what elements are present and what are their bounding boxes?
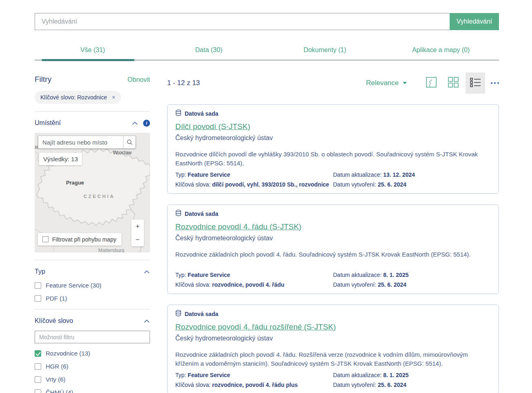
meta-updated-value: 13. 12. 2024 <box>383 171 415 178</box>
checkbox[interactable] <box>35 295 41 302</box>
search-input[interactable] <box>35 13 450 30</box>
result-meta: Typ: Feature Service Datum aktualizace: … <box>175 171 491 188</box>
result-tabs: Vše (31) Data (30) Dokumenty (1) Aplikac… <box>35 42 499 60</box>
tab-all[interactable]: Vše (31) <box>35 42 151 60</box>
tab-apps-maps[interactable]: Aplikace a mapy (0) <box>383 42 499 60</box>
item-type-badge: Datová sada <box>185 110 218 117</box>
meta-type-value: Feature Service <box>188 372 230 378</box>
result-title-link[interactable]: Rozvodnice povodí 4. řádu rozšířené (S-J… <box>175 323 336 332</box>
info-icon[interactable]: i <box>143 120 150 127</box>
result-owner: Český hydrometeorologický ústav <box>175 235 491 242</box>
meta-type-value: Feature Service <box>188 272 230 278</box>
meta-keywords-label: Klíčová slova: <box>175 181 210 188</box>
list-view-icon <box>470 77 481 89</box>
tab-data[interactable]: Data (30) <box>151 42 267 60</box>
tab-documents[interactable]: Dokumenty (1) <box>267 42 383 60</box>
map-label-mattersburg: Mattersburg <box>98 248 124 252</box>
filter-chip-keyword[interactable]: Klíčové slovo: Rozvodnice × <box>35 91 121 104</box>
more-options-icon[interactable] <box>491 82 499 84</box>
search-button[interactable]: Vyhledávání <box>450 13 499 30</box>
meta-updated-label: Datum aktualizace: <box>333 272 382 278</box>
map-address-search <box>38 136 136 149</box>
item-type-badge: Datová sada <box>185 211 218 217</box>
meta-keywords-value: rozvodnice, povodí 4. řádu <box>212 281 284 288</box>
checkbox[interactable] <box>35 389 41 393</box>
caret-down-icon <box>403 82 407 84</box>
checkbox-checked[interactable] <box>35 350 41 357</box>
keyword-filter-input[interactable] <box>35 331 150 343</box>
map-address-input[interactable] <box>38 136 123 149</box>
grid-view-icon <box>448 77 459 89</box>
meta-updated-value: 8. 1. 2025 <box>383 372 408 378</box>
map-label-prague: Prague <box>66 180 84 186</box>
zoom-out-button[interactable]: − <box>131 233 144 246</box>
results-panel: 1 - 12 z 13 Relevance <box>167 72 499 393</box>
meta-keywords-label: Klíčová slova: <box>175 281 210 288</box>
type-section-title: Typ <box>35 268 143 275</box>
map-results-badge: Výsledky: 13 <box>39 153 82 165</box>
checkbox[interactable] <box>35 282 41 289</box>
search-icon[interactable] <box>123 136 136 149</box>
page-content: Vyhledávání Vše (31) Data (30) Dokumenty… <box>35 0 499 393</box>
result-card: Datová sada Dílčí povodí (S-JTSK) Český … <box>167 104 499 194</box>
filters-sidebar: Filtry Obnovit Klíčové slovo: Rozvodnice… <box>35 72 150 393</box>
meta-created-value: 25. 6. 2024 <box>378 281 406 288</box>
chevron-up-icon[interactable] <box>132 121 138 125</box>
meta-updated-label: Datum aktualizace: <box>333 372 382 378</box>
meta-type-label: Typ: <box>175 272 186 278</box>
map-move-filter[interactable]: Filtrovat při pohybu mapy <box>38 233 121 246</box>
filter-option-label: Vrty (6) <box>46 376 66 383</box>
filters-reset-link[interactable]: Obnovit <box>128 76 150 83</box>
sort-label: Relevance <box>366 79 399 87</box>
result-description: Rozvodnice dílčích povodí dle vyhlášky 3… <box>175 150 491 171</box>
meta-keywords-value: dílčí povodí, vyhl. 393/2010 Sb., rozvod… <box>212 181 329 188</box>
grid-view-button[interactable] <box>444 72 463 94</box>
chip-close-icon[interactable]: × <box>112 94 115 101</box>
result-description: Rozvodnice základních ploch povodí 4. řá… <box>175 350 491 372</box>
filter-chip-label: Klíčové slovo: Rozvodnice <box>40 94 107 101</box>
map-view-button[interactable] <box>422 72 441 94</box>
checkbox[interactable] <box>35 363 41 370</box>
search-bar: Vyhledávání <box>35 13 499 30</box>
sort-dropdown[interactable]: Relevance <box>366 79 407 87</box>
result-owner: Český hydrometeorologický ústav <box>175 134 491 142</box>
database-icon <box>175 210 181 217</box>
meta-created-label: Datum vytvoření: <box>333 281 376 288</box>
map-label-wroclaw: Wroclaw <box>113 150 132 156</box>
list-view-button[interactable] <box>466 72 485 94</box>
filter-option-vrty[interactable]: Vrty (6) <box>35 376 150 383</box>
filter-option-chmu[interactable]: ČHMÚ (4) <box>35 389 150 393</box>
map-zoom-control: + − <box>131 220 144 246</box>
filter-option-label: Feature Service (30) <box>46 282 102 289</box>
checkbox[interactable] <box>35 376 41 383</box>
result-description: Rozvodnice základních ploch povodí 4. řá… <box>175 250 491 272</box>
filter-option-label: PDF (1) <box>46 295 67 302</box>
result-owner: Český hydrometeorologický ústav <box>175 335 491 342</box>
database-icon <box>175 310 181 318</box>
results-count: 1 - 12 z 13 <box>167 79 200 87</box>
result-meta: Typ: Feature Service Datum aktualizace: … <box>175 372 491 388</box>
filters-title: Filtry <box>35 75 51 84</box>
meta-created-value: 25. 6. 2024 <box>378 181 406 188</box>
result-title-link[interactable]: Dílčí povodí (S-JTSK) <box>175 122 250 131</box>
filter-option-feature-service[interactable]: Feature Service (30) <box>35 282 150 289</box>
meta-type-label: Typ: <box>175 171 186 178</box>
database-icon <box>175 110 181 117</box>
result-title-link[interactable]: Rozvodnice povodí 4. řádu (S-JTSK) <box>175 222 301 231</box>
meta-created-label: Datum vytvoření: <box>333 382 376 388</box>
keyword-section-title: Klíčové slovo <box>35 317 143 325</box>
map-view-icon <box>426 77 437 89</box>
location-map[interactable]: pa Wroclaw Prague CZECHIA Mattersburg Vý… <box>35 133 150 252</box>
chevron-up-icon[interactable] <box>143 270 150 274</box>
filter-option-pdf[interactable]: PDF (1) <box>35 295 150 302</box>
map-label-country: CZECHIA <box>84 194 115 199</box>
divider <box>35 309 150 310</box>
zoom-in-button[interactable]: + <box>131 220 144 233</box>
divider <box>35 260 150 260</box>
filter-option-hgr[interactable]: HGR (6) <box>35 363 150 370</box>
chevron-up-icon[interactable] <box>143 319 150 323</box>
map-move-filter-checkbox[interactable] <box>42 236 49 242</box>
filter-option-label: HGR (6) <box>46 363 68 370</box>
filter-option-rozvodnice[interactable]: Rozvodnice (13) <box>35 350 150 357</box>
meta-updated-label: Datum aktualizace: <box>333 171 382 178</box>
